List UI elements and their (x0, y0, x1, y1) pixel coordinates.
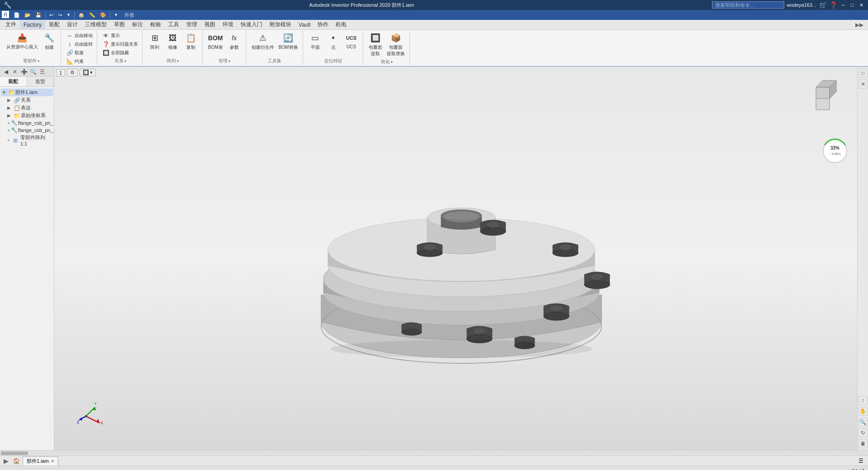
array-btn[interactable]: ⊞ 阵列 (146, 32, 163, 52)
tab-assembly[interactable]: 装配 (0, 77, 27, 86)
menu-tools[interactable]: 工具 (165, 20, 183, 29)
expand-array[interactable]: + (7, 138, 12, 143)
h-scroll-thumb[interactable] (1, 451, 28, 455)
menu-factory[interactable]: Factory (20, 21, 45, 29)
home-tab-icon[interactable]: 🏠 (10, 457, 23, 465)
measure-btn[interactable]: 📏 (87, 12, 97, 19)
rt-close-btn[interactable]: ✕ (859, 80, 868, 89)
appearance-btn[interactable]: 🎨 (98, 12, 108, 19)
tree-item-table[interactable]: ▶ 📋 表达 (1, 104, 53, 112)
panel-menu-btn[interactable]: ☰ (38, 68, 46, 76)
menu-design[interactable]: 设计 (63, 20, 81, 29)
expand-origin[interactable]: ▶ (7, 113, 13, 118)
ribbon-group-components-label[interactable]: 零部件▾ (5, 58, 58, 64)
menu-quickstart[interactable]: 快速入门 (237, 20, 266, 29)
expand-root[interactable]: ▼ (2, 90, 7, 95)
menu-environment[interactable]: 环境 (219, 20, 237, 29)
tree-item-flange2[interactable]: + 🔧 flange_csb_pn_16_r (1, 127, 53, 134)
redo-btn[interactable]: ↪ (56, 12, 64, 19)
wrap-extract-replace-btn[interactable]: 📦 包覆面提取替换 (385, 32, 407, 58)
ribbon-group-simplify-label[interactable]: 简化▾ (367, 59, 407, 65)
copy-btn[interactable]: 📋 复制 (182, 32, 199, 52)
point-btn[interactable]: • 点 (325, 32, 342, 52)
connect-btn[interactable]: 🔗 取接 (65, 49, 85, 57)
undo-btn[interactable]: ↩ (47, 12, 55, 19)
rt-calc-btn[interactable]: 🖩 (859, 439, 868, 448)
expand-relations[interactable]: ▶ (7, 98, 13, 103)
panel-add-btn[interactable]: ➕ (20, 68, 28, 76)
ribbon-group-relations-label[interactable]: 关系▾ (101, 58, 139, 64)
create-deriv-btn[interactable]: ⚠ 创建衍生件 (250, 32, 276, 52)
rt-rotate-btn[interactable]: ↻ (859, 428, 868, 437)
menu-mechelec[interactable]: 机电 (332, 20, 350, 29)
bom-replace-btn[interactable]: 🔄 BOM替换 (277, 32, 300, 52)
free-rotate-btn[interactable]: ↕ 自由旋转 (65, 40, 94, 48)
ucs-btn[interactable]: UCS UCS (343, 32, 360, 50)
rt-pan-btn[interactable]: ↕ (859, 396, 868, 405)
menu-manage[interactable]: 管理 (183, 20, 201, 29)
undo-arrow-btn[interactable]: ▼ (65, 12, 72, 18)
save-btn[interactable]: 💾 (33, 12, 43, 19)
rt-maximize-btn[interactable]: □ (859, 69, 868, 78)
panel-back-btn[interactable]: ◀ (2, 68, 10, 76)
menu-3dmodel[interactable]: 三维模型 (81, 20, 110, 29)
menu-annotation[interactable]: 标注 (128, 20, 147, 29)
bom-btn[interactable]: BOM BOM表 (206, 32, 225, 52)
qat-customize-btn[interactable]: ▼ (112, 12, 120, 18)
hide-all-btn[interactable]: 🔲 全部隐藏 (101, 49, 130, 57)
constrain-btn[interactable]: 📐 约束 (65, 57, 85, 66)
home-btn[interactable]: 🏠 (76, 12, 86, 19)
panel-search-btn[interactable]: 🔍 (29, 68, 37, 76)
close-button[interactable]: ✕ (858, 2, 864, 8)
menu-collab[interactable]: 协作 (314, 20, 332, 29)
minimize-button[interactable]: ─ (840, 2, 846, 8)
new-file-btn[interactable]: 📄 (12, 12, 22, 19)
help-icon[interactable]: ❓ (830, 1, 837, 9)
menu-assembly[interactable]: 装配 (45, 20, 63, 29)
horizontal-scrollbar[interactable] (0, 450, 868, 456)
menu-vault[interactable]: Vault (295, 21, 314, 29)
tree-item-root[interactable]: ▼ 📁 部件1.iam (1, 89, 53, 96)
menu-addins[interactable]: 附加模块 (266, 20, 295, 29)
cart-icon[interactable]: 🛒 (819, 1, 827, 9)
free-move-btn[interactable]: ↔ 自由移动 (65, 32, 94, 40)
viewcube[interactable] (809, 76, 845, 112)
tree-item-flange1[interactable]: + 🔧 flange_csb_pn_16_r (1, 119, 53, 127)
search-input[interactable] (712, 1, 784, 9)
view-tab-assembly[interactable]: 部件1.iam ✕ (23, 456, 58, 465)
menu-file[interactable]: 文件 (2, 20, 20, 29)
import-from-resource-btn[interactable]: 📥 从资源中心装入 (5, 32, 40, 51)
params-btn[interactable]: fx 参数 (226, 32, 243, 52)
expand-flange1[interactable]: + (7, 121, 10, 126)
viewport-shading-btn[interactable]: 1 (56, 69, 65, 76)
wrap-extract-btn[interactable]: 🔲 包覆面提取 (367, 32, 384, 58)
viewport[interactable]: 1 ⚙ 🔲 ▾ (54, 67, 868, 450)
tree-item-array[interactable]: + ⊞ 零部件阵列 1:1 (1, 134, 53, 147)
viewport-view-btn[interactable]: 🔲 ▾ (80, 69, 96, 76)
maximize-button[interactable]: □ (849, 2, 855, 8)
expand-table[interactable]: ▶ (7, 105, 13, 110)
create-component-btn[interactable]: 🔧 创建 (41, 32, 58, 52)
viewport-settings-btn[interactable]: ⚙ (67, 69, 78, 76)
tab-model[interactable]: 造型 (27, 77, 54, 86)
tab-close-btn[interactable]: ✕ (51, 459, 54, 464)
menu-sketch[interactable]: 草图 (110, 20, 128, 29)
rt-zoom-btn[interactable]: 🔍 (859, 418, 868, 427)
rt-hand-btn[interactable]: ✋ (859, 407, 868, 416)
ribbon-group-manage-label[interactable]: 管理▾ (206, 58, 243, 64)
show-btn[interactable]: 👁 显示 (101, 32, 121, 40)
mirror-btn[interactable]: 🖼 镜像 (164, 32, 181, 52)
panel-close-btn[interactable]: ✕ (11, 68, 19, 76)
menu-inspect[interactable]: 检验 (147, 20, 165, 29)
tab-arrow-btn[interactable]: ▶ (2, 457, 10, 465)
tab-more-btn[interactable]: ☰ (856, 457, 866, 465)
menu-view[interactable]: 视图 (201, 20, 219, 29)
show-problem-btn[interactable]: ❓ 显示问题关系 (101, 40, 139, 48)
ribbon-group-array-label[interactable]: 阵列▾ (146, 58, 199, 64)
expand-flange2[interactable]: + (7, 128, 10, 133)
menu-expand-btn[interactable]: ▶▶ (853, 21, 866, 29)
open-file-btn[interactable]: 📂 (23, 12, 33, 19)
plane-btn[interactable]: ▭ 平面 (307, 32, 324, 52)
tree-item-origin[interactable]: ▶ 📁 原始坐标系 (1, 112, 53, 119)
tree-item-relations[interactable]: ▶ 🔗 关系 (1, 96, 53, 104)
